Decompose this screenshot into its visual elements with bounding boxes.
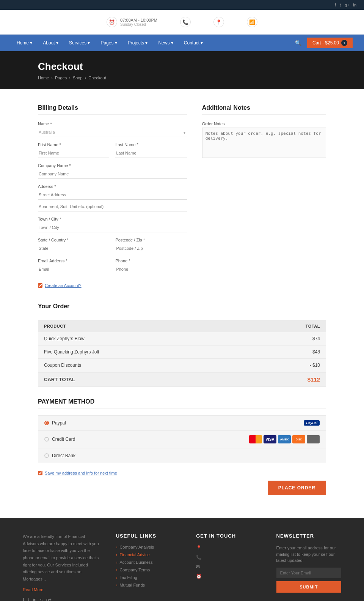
paypal-option[interactable]: Paypal	[44, 420, 66, 426]
footer-social-twitter[interactable]: t	[28, 597, 29, 601]
company-name-label: Company Name *	[38, 163, 187, 168]
state-input[interactable]	[38, 244, 109, 253]
visa-icon: VISA	[264, 435, 276, 443]
your-order-section: Your Order PRODUCT TOTAL Quick Zephyrs B…	[38, 303, 326, 387]
paypal-radio[interactable]	[44, 421, 49, 425]
footer-read-more[interactable]: Read More	[23, 587, 101, 592]
breadcrumb-sep1: ›	[51, 76, 53, 80]
nav-home[interactable]: Home ▾	[11, 35, 38, 51]
nav-about[interactable]: About ▾	[38, 35, 64, 51]
first-name-group: Frist Name *	[38, 142, 109, 158]
social-googleplus[interactable]: g+	[345, 3, 350, 7]
save-address-label[interactable]: Save my address and info for next time	[45, 471, 117, 475]
credit-card-option[interactable]: Credit Card	[44, 437, 75, 442]
breadcrumb-pages[interactable]: Pages	[55, 76, 67, 80]
billing-and-notes: Billing Details Name * Australia Mr. Mrs…	[38, 104, 326, 288]
footer-link[interactable]: Company Terms	[119, 568, 150, 572]
nav-services[interactable]: Services ▾	[64, 35, 95, 51]
main-content: Billing Details Name * Australia Mr. Mrs…	[0, 89, 364, 518]
nav-news[interactable]: News ▾	[153, 35, 178, 51]
header-wifi: 📶	[247, 17, 257, 27]
postcode-input[interactable]	[115, 244, 187, 253]
footer-link[interactable]: Financial Advice	[119, 552, 150, 557]
header-phone: 📞	[180, 17, 191, 27]
name-row: Frist Name * Last Name *	[38, 142, 187, 163]
breadcrumb: Home › Pages › Shop › Checkout	[38, 76, 326, 80]
company-name-input[interactable]	[38, 169, 187, 179]
footer-link-item: Financial Advice	[116, 552, 181, 557]
search-icon[interactable]: 🔍	[293, 38, 303, 48]
create-account-checkbox[interactable]	[38, 283, 42, 288]
payment-direct-bank-row[interactable]: Direct Bank	[38, 448, 326, 463]
direct-bank-radio[interactable]	[44, 453, 49, 458]
breadcrumb-shop[interactable]: Shop	[73, 76, 83, 80]
name-select[interactable]: Australia Mr. Mrs. Ms.	[38, 128, 187, 137]
postcode-label: Postcode / Zip *	[115, 238, 187, 242]
footer-social-linkedin[interactable]: in	[33, 597, 36, 601]
state-label: State / Country *	[38, 238, 109, 242]
footer: We are a friendly firm of Financial Advi…	[0, 518, 364, 601]
order-notes-group: Order Notes	[202, 121, 326, 159]
last-name-input[interactable]	[115, 148, 187, 158]
discover-icon: DISC	[292, 435, 305, 443]
social-twitter[interactable]: t	[340, 3, 341, 7]
email-label: Email Adderss *	[38, 259, 109, 263]
payment-credit-card-row[interactable]: Credit Card VISA AMEX DISC	[38, 431, 326, 448]
order-notes-textarea[interactable]	[202, 128, 326, 158]
payment-paypal-row[interactable]: Paypal PayPal	[38, 416, 326, 431]
nav-contact[interactable]: Contact ▾	[179, 35, 209, 51]
newsletter-email-input[interactable]	[276, 568, 341, 578]
last-name-group: Last Name *	[115, 142, 187, 158]
contact-email: ✉	[196, 564, 261, 569]
footer-link-item: Mutual Funds	[116, 583, 181, 587]
direct-bank-option[interactable]: Direct Bank	[44, 453, 75, 458]
footer-social-skype[interactable]: s	[40, 597, 42, 601]
social-facebook[interactable]: f	[335, 3, 336, 7]
footer-link[interactable]: Account Business	[119, 560, 152, 565]
company-name-group: Company Name *	[38, 163, 187, 179]
cart-label: Cart - $25.00	[312, 40, 339, 46]
footer-about-text: We are a friendly firm of Financial Advi…	[23, 533, 101, 583]
useful-links-title: USEFUL LINKS	[116, 533, 181, 539]
street-address-input[interactable]	[38, 190, 187, 200]
apt-address-input[interactable]	[38, 202, 187, 211]
footer-link[interactable]: Tax Filing	[119, 575, 137, 580]
first-name-input[interactable]	[38, 148, 109, 158]
credit-card-radio[interactable]	[44, 437, 49, 442]
cart-button[interactable]: Cart - $25.00 1	[307, 38, 353, 48]
notes-section-title: Additional Notes	[202, 104, 326, 115]
header-info-bar: ⏰ 07:00AM - 10:00PM Sunday Closed 📞 📍 📶	[0, 10, 364, 35]
nav-pages[interactable]: Pages ▾	[95, 35, 122, 51]
footer-link[interactable]: Company Analysis	[119, 545, 154, 549]
paypal-icon: PayPal	[304, 420, 320, 426]
order-notes-label: Order Notes	[202, 121, 326, 126]
nav-items: Home ▾ About ▾ Services ▾ Pages ▾ Projec…	[11, 35, 293, 51]
create-account-label[interactable]: Create an Account?	[45, 283, 82, 288]
town-input[interactable]	[38, 223, 187, 232]
wifi-icon: 📶	[247, 17, 257, 27]
footer-link[interactable]: Mutual Funds	[119, 583, 145, 587]
nav-projects[interactable]: Projects ▾	[122, 35, 153, 51]
save-address-checkbox[interactable]	[38, 471, 42, 475]
order-table-header: PRODUCT TOTAL	[38, 320, 326, 332]
paypal-logo-icon: PayPal	[304, 420, 320, 426]
top-social-bar: f t g+ in	[0, 0, 364, 10]
town-group: Town / City *	[38, 217, 187, 232]
nav-right: 🔍 Cart - $25.00 1	[293, 38, 353, 48]
contact-hours-icon: ⏰	[196, 574, 202, 579]
email-input[interactable]	[38, 265, 109, 274]
breadcrumb-home[interactable]: Home	[38, 76, 49, 80]
place-order-button[interactable]: PLACE ORDER	[268, 481, 326, 495]
hours-text: 07:00AM - 10:00PM	[120, 18, 157, 22]
social-linkedin[interactable]: in	[353, 3, 356, 7]
footer-social-facebook[interactable]: f	[23, 597, 24, 601]
newsletter-submit-button[interactable]: SUBMIT	[276, 581, 341, 593]
footer-useful-links-col: USEFUL LINKS Company AnalysisFinancial A…	[116, 533, 181, 601]
order-table: PRODUCT TOTAL Quick Zephyrs Blow $74 Fiv…	[38, 320, 326, 387]
newsletter-title: NEWSLETTER	[276, 533, 341, 539]
phone-input[interactable]	[115, 265, 187, 274]
order-item-total: - $10	[245, 359, 326, 372]
footer-social-google[interactable]: g+	[46, 597, 52, 601]
contact-location-icon: 📍	[196, 545, 202, 551]
last-name-label: Last Name *	[115, 142, 187, 147]
